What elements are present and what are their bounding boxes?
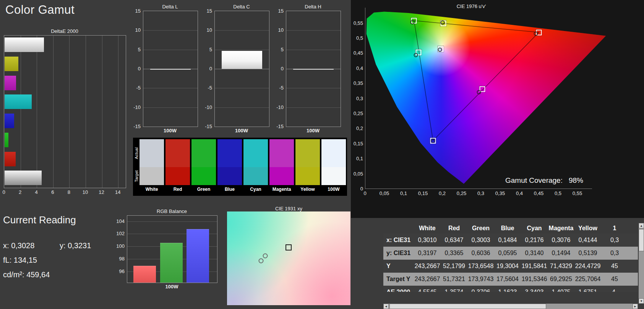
delta-y-tick: -5 [208, 85, 212, 91]
table-row-label: x: CIE31 [383, 237, 414, 244]
swatch-column-green: Green [191, 139, 216, 194]
swatch-column-red: Red [165, 139, 190, 194]
delta-chart-title: Delta H [286, 4, 340, 10]
gamut-coverage-value: 98% [569, 176, 583, 184]
delta-y-tick: -15 [205, 124, 212, 129]
table-row[interactable]: x: CIE310,30100,63470,30030,14840,21760,… [383, 234, 638, 247]
deltae-bar-cyan [5, 94, 32, 109]
table-row[interactable]: ΔE 20004,55451,35740,37061,16233,34031,4… [383, 286, 638, 292]
scroll-left-icon[interactable]: ◄ [383, 304, 389, 309]
delta-y-tick: 0 [209, 66, 212, 72]
swatch-target [165, 167, 190, 185]
delta-y-tick: 5 [209, 46, 212, 52]
delta-y-tick: 15 [207, 8, 212, 14]
table-row[interactable]: y: CIE310,31970,33650,60360,05950,31400,… [383, 247, 638, 260]
delta-chart-plot [214, 11, 269, 127]
deltae-x-tick: 12 [99, 189, 104, 195]
table-cell: 0,3076 [548, 237, 574, 244]
gamut-measure-dot [431, 138, 435, 143]
table-cell: 224,4729 [574, 263, 601, 270]
reading-cd-value: 459,64 [26, 270, 50, 279]
delta-chart-plot [143, 11, 198, 127]
cie76-y-tick: 0,15 [351, 140, 363, 146]
swatch-label: White [140, 185, 164, 194]
horizontal-scroll-track[interactable] [389, 304, 633, 309]
cie76-x-axis-line [365, 189, 592, 189]
delta-charts: Delta L151050-5-10-15100WDelta C151050-5… [132, 1, 342, 135]
table-row[interactable]: Target Y243,266751,7321173,974317,560419… [383, 273, 638, 286]
swatch-label: Blue [217, 185, 242, 194]
swatch-target [243, 167, 268, 185]
delta-y-tick: -15 [133, 124, 141, 129]
scroll-down-icon[interactable]: ▼ [639, 298, 644, 304]
cie31-measure-dot [263, 253, 268, 258]
deltae-gridline [86, 36, 86, 188]
delta-y-tick: -10 [205, 104, 212, 110]
delta-chart-title: Delta L [143, 4, 197, 10]
table-cell: 19,3004 [494, 263, 521, 270]
table-cell: 45 [601, 276, 628, 283]
delta-gridline [143, 107, 198, 108]
table-cell: 1,1623 [494, 289, 521, 292]
swatch-actual [191, 139, 216, 167]
table-cell: 0,2176 [521, 237, 548, 244]
delta-chart-xlabel: 100W [143, 128, 197, 133]
table-cell: 243,2667 [414, 263, 441, 270]
cie76-y-tick: 0,3 [351, 95, 363, 101]
scroll-right-icon[interactable]: ► [633, 304, 638, 309]
table-header-cell: Blue [494, 225, 521, 232]
deltae-bar-magenta [5, 76, 16, 90]
delta-gridline [286, 50, 341, 50]
measurement-table: WhiteRedGreenBlueCyanMagentaYellow1 x: C… [383, 223, 638, 292]
cie76-y-axis-line [365, 8, 365, 189]
table-horizontal-scrollbar[interactable]: ◄ ► [383, 304, 638, 309]
swatch-column-yellow: Yellow [295, 139, 320, 194]
delta-chart-xlabel: 100W [214, 128, 269, 133]
delta-gridline [286, 107, 341, 108]
delta-chart-yaxis: 151050-5-10-15 [204, 11, 213, 126]
deltae-bar-white [5, 37, 44, 52]
delta-chart-3: Delta H151050-5-10-15100W [275, 1, 340, 135]
table-header-cell: White [414, 225, 441, 232]
swatch-column-blue: Blue [217, 139, 242, 194]
rgb-balance-chart: RGB Balance 1041021009896 100W [113, 208, 220, 292]
table-cell: 0,3197 [414, 250, 441, 257]
cie76-y-tick: 0 [351, 186, 363, 192]
swatch-label: Green [191, 185, 216, 194]
swatch-label: 100W [321, 185, 346, 194]
delta-y-tick: 0 [281, 66, 284, 72]
table-cell: 0,1484 [494, 237, 521, 244]
delta-y-tick: 10 [207, 27, 212, 33]
rgb-plot [127, 215, 217, 283]
delta-chart-plot [286, 11, 341, 127]
cie76-x-tick: 0,5 [555, 190, 561, 196]
table-header-cell: Red [441, 225, 467, 232]
swatch-actual [269, 139, 294, 167]
scroll-up-icon[interactable]: ▲ [639, 223, 644, 228]
table-vertical-scrollbar[interactable]: ▲ ▼ [639, 223, 644, 304]
swatch-rowlabels: ActualTarget [133, 139, 140, 185]
page-title: Color Gamut [5, 3, 75, 17]
table-row[interactable]: Y243,266752,1799173,654819,3004191,58417… [383, 260, 638, 273]
delta-y-tick: -15 [276, 124, 284, 129]
deltae-gridline [53, 36, 54, 188]
table-cell: 45 [601, 263, 628, 270]
table-cell: 0,3365 [441, 250, 467, 257]
delta-y-tick: 10 [135, 27, 141, 33]
swatch-target [321, 167, 346, 185]
table-cell: 1,4075 [548, 289, 574, 292]
delta-y-tick: 10 [278, 27, 284, 33]
reading-line-xy: x: 0,3028 y: 0,3231 [3, 241, 129, 250]
deltae-x-tick: 4 [35, 189, 38, 195]
cie31-target-square [286, 244, 292, 250]
cie76-markers [365, 8, 616, 189]
table-cell: 0,4144 [574, 237, 601, 244]
rgb-bar-green [160, 243, 183, 283]
horizontal-scroll-thumb[interactable] [389, 304, 546, 309]
cie76-x-tick: 0,2 [439, 190, 446, 196]
vertical-scroll-track[interactable] [639, 228, 644, 298]
swatch-target [295, 167, 320, 185]
vertical-scroll-thumb[interactable] [639, 229, 644, 251]
color-gamut-window: Color Gamut DeltaE 2000 02468101214 Delt… [0, 0, 644, 309]
gamut-measure-dot [410, 20, 415, 24]
